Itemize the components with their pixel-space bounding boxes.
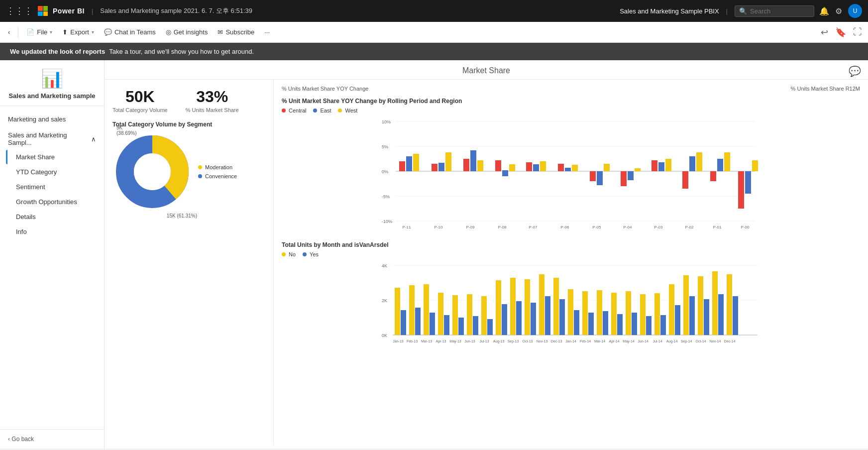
- kpi-row: 50K Total Category Volume 33% % Units Ma…: [112, 88, 265, 113]
- donut-label-top: 9K (38.69%): [116, 125, 137, 136]
- yoy-chart-legend: Central East West: [282, 108, 860, 113]
- svg-rect-25: [495, 160, 501, 171]
- svg-rect-122: [660, 315, 666, 335]
- comment-icon[interactable]: 💬: [849, 65, 861, 77]
- svg-rect-137: [733, 296, 738, 335]
- sidebar-items-list: Market ShareYTD CategorySentimentGrowth …: [6, 150, 98, 239]
- svg-text:Mar-14: Mar-14: [594, 339, 605, 343]
- sidebar-item-details[interactable]: Details: [6, 210, 98, 224]
- report-pbix-name: Sales and Marketing Sample PBIX: [620, 7, 719, 15]
- collapse-nav-button[interactable]: ‹: [4, 26, 14, 38]
- top-bar-icons: 🔔 ⚙ U: [819, 4, 862, 18]
- app-grid-icon[interactable]: ⋮⋮⋮: [6, 5, 33, 16]
- donut-label-bottom: 15K (61.31%): [167, 213, 197, 219]
- svg-text:Oct-13: Oct-13: [522, 339, 533, 343]
- svg-rect-77: [444, 315, 449, 335]
- search-input[interactable]: [750, 7, 810, 15]
- svg-text:Sep-13: Sep-13: [508, 339, 519, 343]
- svg-rect-58: [745, 171, 751, 194]
- no-label: No: [289, 251, 296, 257]
- subscribe-icon: ✉: [217, 28, 223, 36]
- export-button[interactable]: ⬆ Export ▾: [58, 26, 98, 38]
- monthly-chart-legend: No Yes: [282, 251, 860, 257]
- powerbi-brand: Power BI: [53, 7, 85, 15]
- svg-rect-57: [738, 171, 744, 209]
- svg-text:Jun-14: Jun-14: [638, 339, 649, 343]
- sidebar-section-header[interactable]: Sales and Marketing Sampl... ∧: [6, 128, 98, 149]
- sidebar-item-info[interactable]: Info: [6, 225, 98, 239]
- toolbar-right: ↩ 🔖 ⛶: [819, 25, 864, 40]
- more-button[interactable]: ···: [260, 26, 274, 38]
- kpi-volume-label: Total Category Volume: [112, 107, 168, 113]
- svg-rect-30: [533, 164, 539, 171]
- svg-rect-92: [516, 301, 522, 335]
- user-avatar[interactable]: U: [848, 4, 862, 18]
- svg-rect-51: [696, 152, 702, 171]
- svg-text:Jan-13: Jan-13: [393, 339, 404, 343]
- svg-text:Nov-13: Nov-13: [537, 339, 548, 343]
- svg-rect-26: [502, 170, 508, 176]
- svg-rect-29: [526, 162, 532, 171]
- east-dot: [313, 109, 317, 112]
- svg-rect-91: [510, 278, 516, 335]
- get-insights-button[interactable]: ◎ Get insights: [162, 26, 212, 38]
- svg-text:Nov-14: Nov-14: [710, 339, 721, 343]
- svg-text:P-11: P-11: [403, 225, 411, 229]
- svg-text:P-04: P-04: [624, 225, 632, 229]
- svg-rect-131: [704, 299, 709, 335]
- svg-text:Dec-13: Dec-13: [551, 339, 562, 343]
- svg-rect-18: [438, 163, 444, 171]
- search-box[interactable]: 🔍: [735, 5, 814, 17]
- donut-container: 9K (38.69%): [112, 132, 265, 212]
- svg-rect-107: [588, 313, 594, 335]
- undo-button[interactable]: ↩: [819, 25, 830, 40]
- svg-rect-49: [682, 171, 688, 189]
- svg-text:Jan-14: Jan-14: [565, 339, 576, 343]
- svg-text:P-02: P-02: [685, 225, 694, 229]
- svg-rect-103: [568, 289, 573, 335]
- convenience-label: Convenience: [205, 173, 237, 179]
- svg-rect-106: [582, 291, 588, 335]
- banner-text: Take a tour, and we'll show you how to g…: [109, 48, 254, 55]
- file-label: File: [37, 28, 47, 36]
- monthly-chart-container: Total Units by Month and isVanArsdel No …: [282, 241, 860, 440]
- export-caret: ▾: [92, 29, 94, 35]
- sidebar-item-sentiment[interactable]: Sentiment: [6, 180, 98, 194]
- sidebar: 📊 Sales and Marketing sample Marketing a…: [0, 60, 105, 449]
- subscribe-button[interactable]: ✉ Subscribe: [214, 26, 258, 38]
- svg-rect-70: [409, 285, 415, 335]
- svg-text:May-14: May-14: [623, 339, 634, 343]
- update-banner: We updated the look of reports Take a to…: [0, 43, 868, 60]
- settings-icon[interactable]: ⚙: [835, 6, 842, 16]
- svg-text:Jul-13: Jul-13: [479, 339, 489, 343]
- kpi-share-value: 33%: [186, 88, 239, 106]
- svg-rect-19: [445, 152, 451, 171]
- svg-rect-22: [470, 150, 476, 171]
- sidebar-item-ytd-category[interactable]: YTD Category: [6, 165, 98, 179]
- svg-rect-53: [710, 171, 716, 181]
- svg-text:2K: 2K: [382, 298, 387, 303]
- yoy-header-right: % Units Market Share R12M: [791, 86, 860, 92]
- top-bar: ⋮⋮⋮ Power BI | Sales and Marketing sampl…: [0, 0, 868, 22]
- search-icon: 🔍: [739, 7, 747, 15]
- svg-rect-86: [487, 319, 493, 335]
- svg-text:P-01: P-01: [713, 225, 722, 229]
- go-back-button[interactable]: ‹ Go back: [0, 429, 104, 449]
- bell-icon[interactable]: 🔔: [819, 6, 829, 16]
- banner-bold-text: We updated the look of reports: [10, 48, 105, 55]
- sidebar-item-market-share[interactable]: Market Share: [6, 150, 98, 164]
- chat-teams-button[interactable]: 💬 Chat in Teams: [100, 26, 160, 38]
- svg-rect-35: [572, 165, 578, 171]
- bookmark-button[interactable]: 🔖: [833, 25, 848, 40]
- svg-rect-13: [399, 161, 405, 171]
- sidebar-item-marketing-sales[interactable]: Marketing and sales: [6, 112, 98, 126]
- sidebar-item-growth-opportunities[interactable]: Growth Opportunities: [6, 195, 98, 209]
- fullscreen-button[interactable]: ⛶: [851, 25, 864, 39]
- svg-text:Aug-14: Aug-14: [666, 339, 678, 343]
- file-button[interactable]: 📄 File ▾: [22, 26, 56, 38]
- donut-svg: [112, 132, 192, 212]
- microsoft-logo: [38, 6, 48, 16]
- svg-rect-128: [689, 296, 695, 335]
- svg-text:10%: 10%: [382, 119, 391, 124]
- svg-rect-101: [559, 299, 565, 335]
